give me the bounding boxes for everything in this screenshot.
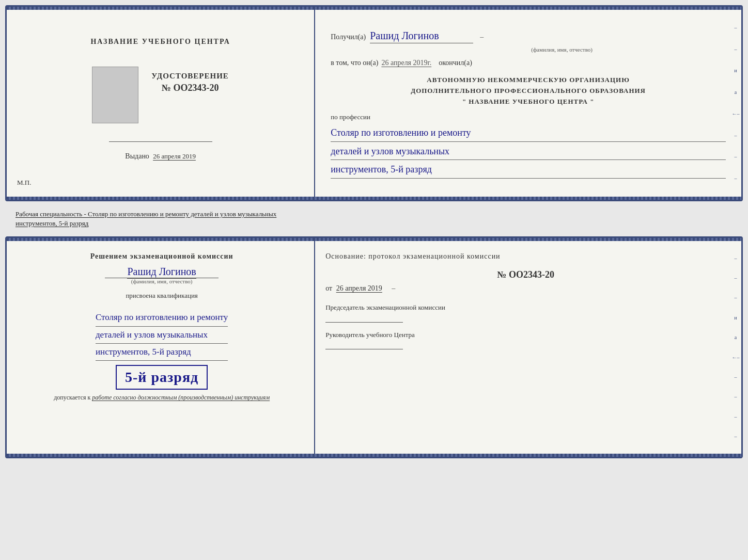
profession-line3: инструментов, 5-й разряд bbox=[331, 161, 726, 178]
qual-block: Столяр по изготовлению и ремонту деталей… bbox=[96, 309, 228, 361]
org-line1: АВТОНОМНУЮ НЕКОММЕРЧЕСКУЮ ОРГАНИЗАЦИЮ bbox=[331, 75, 726, 86]
dash: – bbox=[480, 33, 484, 41]
edge-dash-6: – bbox=[734, 133, 737, 138]
qual-label: присвоена квалификация bbox=[126, 292, 197, 300]
org-name-top: НАЗВАНИЕ УЧЕБНОГО ЦЕНТРА bbox=[90, 38, 230, 46]
issued-date: 26 апреля 2019 bbox=[153, 152, 196, 160]
right-edge: – – и а ←– – – – bbox=[730, 7, 741, 200]
from-date-row: от 26 апреля 2019 – bbox=[325, 284, 726, 293]
received-label: Получил(а) bbox=[331, 33, 366, 41]
edge-dash-4: а bbox=[735, 90, 737, 95]
middle-label-suffix: инструментов, 5-й разряд bbox=[15, 219, 88, 227]
edge-dash-2: – bbox=[734, 47, 737, 52]
cert-info: УДОСТОВЕРЕНИЕ № OO2343-20 bbox=[151, 72, 229, 93]
top-document: НАЗВАНИЕ УЧЕБНОГО ЦЕНТРА УДОСТОВЕРЕНИЕ №… bbox=[5, 5, 743, 201]
org-line3: " НАЗВАНИЕ УЧЕБНОГО ЦЕНТРА " bbox=[331, 97, 726, 107]
photo-name-row: УДОСТОВЕРЕНИЕ № OO2343-20 bbox=[92, 67, 229, 123]
bottom-person-name: Рашид Логинов bbox=[127, 266, 196, 279]
допуск-label: допускается к bbox=[54, 394, 90, 401]
b-edge-dash-3: – bbox=[734, 295, 737, 300]
profession-label: по профессии bbox=[331, 113, 726, 121]
bottom-right-edge: – – – и а ←– – – – – bbox=[730, 238, 741, 457]
b-edge-dash-1: – bbox=[734, 256, 737, 261]
recipient-line: Получил(а) Рашид Логинов – bbox=[331, 30, 726, 43]
bottom-doc-left: Решением экзаменационной комиссии Рашид … bbox=[7, 238, 315, 457]
bottom-document: Решением экзаменационной комиссии Рашид … bbox=[5, 236, 743, 458]
cert-divider bbox=[109, 141, 212, 142]
cert-title: УДОСТОВЕРЕНИЕ bbox=[151, 72, 229, 81]
допуск-row: допускается к работе согласно должностны… bbox=[54, 394, 270, 402]
chairman-label: Председатель экзаменационной комиссии bbox=[325, 303, 726, 312]
bottom-name-container: Рашид Логинов bbox=[105, 266, 219, 278]
mp-label: М.П. bbox=[17, 179, 31, 187]
head-sig-line bbox=[325, 349, 403, 349]
b-edge-dash-4: и bbox=[734, 315, 737, 321]
from-date-value: 26 апреля 2019 bbox=[336, 284, 382, 292]
chairman-sig-line bbox=[325, 322, 403, 323]
edge-dash-3: и bbox=[734, 68, 737, 73]
b-edge-dash-10: – bbox=[734, 434, 737, 439]
bottom-doc-right: Основание: протокол экзаменационной коми… bbox=[315, 238, 741, 457]
b-edge-dash-2: – bbox=[734, 276, 737, 281]
edge-dash-1: – bbox=[734, 25, 737, 30]
b-edge-dash-9: – bbox=[734, 414, 737, 420]
qual-line3: инструментов, 5-й разряд bbox=[96, 344, 228, 361]
photo-placeholder bbox=[92, 67, 138, 123]
chairman-block: Председатель экзаменационной комиссии bbox=[325, 303, 726, 322]
middle-label-prefix: Рабочая специальность - Столяр по изгото… bbox=[15, 210, 276, 218]
protocol-number: № OO2343-20 bbox=[325, 269, 726, 280]
qual-line1: Столяр по изготовлению и ремонту bbox=[96, 309, 228, 326]
date-label: в том, что он(а) bbox=[331, 59, 378, 67]
cert-number: № OO2343-20 bbox=[162, 83, 219, 93]
edge-dash-8: – bbox=[734, 176, 737, 181]
from-dash: – bbox=[392, 284, 395, 292]
edge-dash-7: – bbox=[734, 154, 737, 159]
finished-label: окончил(а) bbox=[439, 59, 472, 67]
date-value: 26 апреля 2019г. bbox=[381, 59, 431, 67]
org-line2: ДОПОЛНИТЕЛЬНОГО ПРОФЕССИОНАЛЬНОГО ОБРАЗО… bbox=[331, 86, 726, 97]
допуск-value: работе согласно должностным (производств… bbox=[92, 394, 270, 401]
top-doc-left: НАЗВАНИЕ УЧЕБНОГО ЦЕНТРА УДОСТОВЕРЕНИЕ №… bbox=[7, 7, 315, 200]
qual-line2: деталей и узлов музыкальных bbox=[96, 327, 228, 344]
rank-text: 5-й разряд bbox=[125, 369, 198, 385]
date-line: в том, что он(а) 26 апреля 2019г. окончи… bbox=[331, 59, 726, 67]
head-label: Руководитель учебного Центра bbox=[325, 330, 726, 340]
issued-label: Выдано bbox=[125, 152, 149, 160]
b-edge-dash-8: – bbox=[734, 394, 737, 399]
bottom-name-subtitle: (фамилия, имя, отчество) bbox=[131, 278, 193, 284]
from-label: от bbox=[325, 284, 332, 292]
recipient-name: Рашид Логинов bbox=[370, 30, 473, 43]
b-edge-dash-7: – bbox=[734, 375, 737, 380]
name-subtitle-top: (фамилия, имя, отчество) bbox=[398, 46, 726, 53]
middle-label: Рабочая специальность - Столяр по изгото… bbox=[5, 205, 743, 232]
page-wrapper: НАЗВАНИЕ УЧЕБНОГО ЦЕНТРА УДОСТОВЕРЕНИЕ №… bbox=[5, 5, 743, 458]
profession-line1: Столяр по изготовлению и ремонту bbox=[331, 124, 726, 141]
edge-dash-5: ←– bbox=[731, 111, 739, 117]
top-doc-right: Получил(а) Рашид Логинов – (фамилия, имя… bbox=[315, 7, 741, 200]
b-edge-dash-5: а bbox=[735, 335, 737, 340]
cert-date-row: Выдано 26 апреля 2019 bbox=[125, 152, 196, 161]
rank-box: 5-й разряд bbox=[116, 365, 208, 390]
org-block: АВТОНОМНУЮ НЕКОММЕРЧЕСКУЮ ОРГАНИЗАЦИЮ ДО… bbox=[331, 75, 726, 107]
basis-text: Основание: протокол экзаменационной коми… bbox=[325, 251, 726, 262]
b-edge-dash-6: ←– bbox=[731, 355, 739, 360]
head-block: Руководитель учебного Центра bbox=[325, 330, 726, 349]
profession-line2: деталей и узлов музыкальных bbox=[331, 143, 726, 160]
decision-text: Решением экзаменационной комиссии bbox=[90, 251, 233, 262]
